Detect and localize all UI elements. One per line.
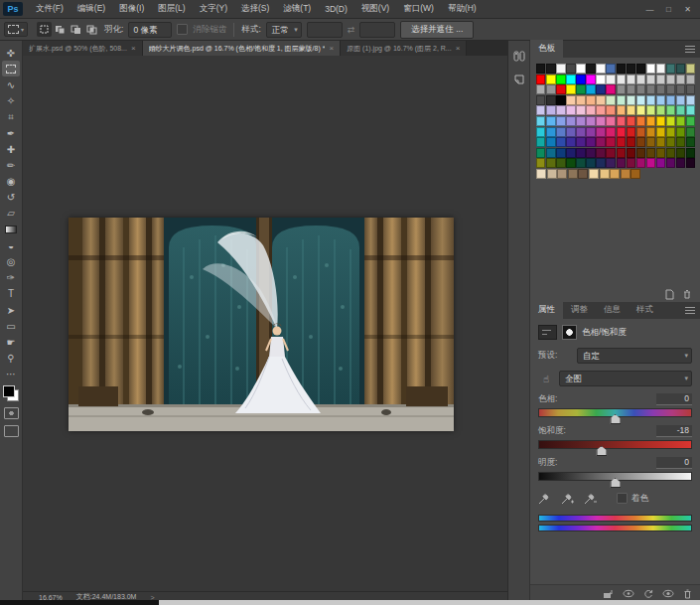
swatch[interactable] [586,116,595,126]
menu-image[interactable]: 图像(I) [112,1,151,17]
swatch[interactable] [546,64,555,74]
swatch[interactable] [617,84,626,94]
saturation-value[interactable]: -18 [656,425,692,437]
swatch[interactable] [646,116,655,126]
swatch[interactable] [656,84,665,94]
tool-quick-select[interactable]: ✧ [2,93,20,109]
swatch[interactable] [556,95,565,105]
swatch[interactable] [546,105,555,115]
previous-state-button[interactable] [623,589,634,598]
swatch[interactable] [636,127,645,137]
swatch[interactable] [636,148,645,158]
document-tab[interactable]: 婚纱大片调色.psd @ 16.7% (色相/饱和度 1, 图层蒙版/8) *× [143,41,342,56]
delete-adjustment-button[interactable] [683,589,692,599]
swatch[interactable] [596,116,605,126]
swatch[interactable] [546,158,555,168]
swatch[interactable] [556,127,565,137]
menu-filter[interactable]: 滤镜(T) [276,1,318,17]
swatch[interactable] [646,84,655,94]
swatch[interactable] [600,169,610,179]
swatch[interactable] [621,169,630,179]
swatch[interactable] [627,64,635,74]
swatch[interactable] [556,105,565,115]
swatch[interactable] [566,158,575,168]
new-swatch-button[interactable] [664,289,674,300]
swatch[interactable] [576,127,585,137]
style-dropdown[interactable]: 正常 [266,22,302,38]
swatch[interactable] [617,148,626,158]
collapsed-panel-2-icon[interactable] [512,73,526,86]
swatch[interactable] [666,75,675,84]
swatch[interactable] [617,95,626,105]
swatch[interactable] [589,169,599,179]
swatch[interactable] [686,116,695,126]
swatch[interactable] [676,137,685,147]
swatch[interactable] [576,84,585,94]
swatch[interactable] [656,158,665,168]
tool-eyedropper[interactable]: ✒ [2,125,20,141]
screen-mode-button[interactable] [4,425,19,437]
tool-crop[interactable]: ⌗ [2,109,20,125]
reset-adjustment-button[interactable] [643,589,653,599]
swatch[interactable] [596,105,605,115]
close-button[interactable]: ✕ [679,3,696,16]
canvas[interactable] [23,56,507,591]
tab-调整[interactable]: 调整 [563,301,596,319]
swatch[interactable] [576,137,585,147]
swatch[interactable] [586,105,595,115]
swatch[interactable] [646,95,655,105]
swatch[interactable] [636,158,645,168]
tool-preset-picker[interactable]: ▾ [4,22,28,37]
swatch[interactable] [546,137,555,147]
swatch[interactable] [578,169,588,179]
swatch[interactable] [656,64,665,74]
swatch[interactable] [646,158,655,168]
swatch[interactable] [646,148,655,158]
collapsed-panel-1-icon[interactable] [512,49,526,63]
swatch[interactable] [656,75,665,84]
swatch[interactable] [566,127,575,137]
swatch[interactable] [606,84,615,94]
swatch[interactable] [586,127,595,137]
swatch[interactable] [686,105,695,115]
eyedropper-add-icon[interactable] [561,492,575,505]
swatch[interactable] [610,169,620,179]
tab-swatches[interactable]: 色板 [530,40,563,58]
new-selection-button[interactable] [37,22,52,37]
tool-spot-healing[interactable]: ✚ [2,141,20,157]
swatch[interactable] [576,75,585,84]
lightness-value[interactable]: 0 [656,457,692,469]
swatch[interactable] [627,137,635,147]
swatch[interactable] [586,95,595,105]
swatch[interactable] [586,64,595,74]
lightness-thumb[interactable] [610,478,621,488]
channel-dropdown[interactable]: 全图 [559,371,692,386]
tool-lasso[interactable]: ∿ [2,76,20,92]
swatch[interactable] [606,64,615,74]
maximize-button[interactable]: □ [660,3,677,16]
swatch[interactable] [606,148,615,158]
swatch[interactable] [556,137,565,147]
swatch[interactable] [627,148,635,158]
document-image[interactable] [69,218,454,431]
swatch[interactable] [666,64,675,74]
tool-type[interactable]: T [2,286,20,302]
swatch[interactable] [536,148,545,158]
tool-edit-toolbar[interactable]: ⋯ [2,367,20,382]
layer-mask-icon[interactable] [562,325,577,340]
swatch[interactable] [636,137,645,147]
swatch[interactable] [617,64,626,74]
swatch[interactable] [576,105,585,115]
swatch[interactable] [617,105,626,115]
swatch[interactable] [656,137,665,147]
lightness-track[interactable] [538,472,692,481]
swatch[interactable] [666,137,675,147]
tab-信息[interactable]: 信息 [596,301,629,319]
swatch[interactable] [646,75,655,84]
swatch[interactable] [536,127,545,137]
swatch[interactable] [536,137,545,147]
tab-close-icon[interactable]: × [329,44,334,53]
swatch[interactable] [666,105,675,115]
swatch[interactable] [636,95,645,105]
swatch[interactable] [566,64,575,74]
